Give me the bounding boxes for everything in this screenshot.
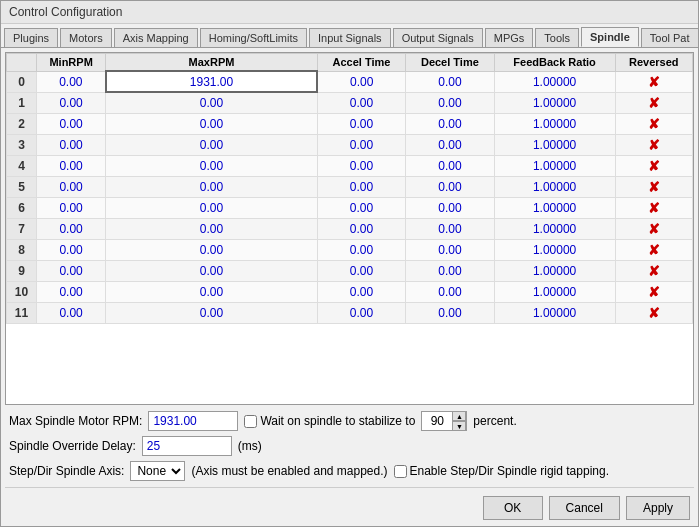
cell-maxrpm[interactable]: 0.00 [106, 113, 318, 134]
cell-deceltime[interactable]: 0.00 [406, 281, 494, 302]
cell-maxrpm[interactable]: 0.00 [106, 218, 318, 239]
wait-spindle-checkbox[interactable] [244, 415, 257, 428]
cell-deceltime[interactable]: 0.00 [406, 302, 494, 323]
cell-deceltime[interactable]: 0.00 [406, 92, 494, 113]
spindle-override-input[interactable] [142, 436, 232, 456]
apply-button[interactable]: Apply [626, 496, 690, 520]
percent-spinner: ▲ ▼ [421, 411, 467, 431]
cell-minrpm[interactable]: 0.00 [37, 134, 106, 155]
cell-reversed[interactable]: ✘ [615, 92, 692, 113]
tab-axis-mapping[interactable]: Axis Mapping [114, 28, 198, 47]
cell-feedbackratio[interactable]: 1.00000 [494, 197, 615, 218]
cell-acceltime[interactable]: 0.00 [317, 176, 405, 197]
cell-deceltime[interactable]: 0.00 [406, 134, 494, 155]
enable-rigid-checkbox[interactable] [394, 465, 407, 478]
ms-label: (ms) [238, 439, 262, 453]
tab-plugins[interactable]: Plugins [4, 28, 58, 47]
cell-reversed[interactable]: ✘ [615, 197, 692, 218]
cell-reversed[interactable]: ✘ [615, 218, 692, 239]
cell-maxrpm[interactable]: 0.00 [106, 134, 318, 155]
cell-feedbackratio[interactable]: 1.00000 [494, 239, 615, 260]
tab-input-signals[interactable]: Input Signals [309, 28, 391, 47]
reversed-icon: ✘ [648, 95, 660, 111]
cell-minrpm[interactable]: 0.00 [37, 155, 106, 176]
cell-acceltime[interactable]: 0.00 [317, 281, 405, 302]
cell-minrpm[interactable]: 0.00 [37, 197, 106, 218]
cell-maxrpm[interactable]: 0.00 [106, 176, 318, 197]
cell-acceltime[interactable]: 0.00 [317, 302, 405, 323]
tab-output-signals[interactable]: Output Signals [393, 28, 483, 47]
cell-feedbackratio[interactable]: 1.00000 [494, 218, 615, 239]
cell-maxrpm[interactable]: 0.00 [106, 155, 318, 176]
cell-minrpm[interactable]: 0.00 [37, 239, 106, 260]
cell-deceltime[interactable]: 0.00 [406, 197, 494, 218]
cell-maxrpm[interactable]: 0.00 [106, 239, 318, 260]
cell-feedbackratio[interactable]: 1.00000 [494, 71, 615, 92]
tab-spindle[interactable]: Spindle [581, 27, 639, 47]
cell-reversed[interactable]: ✘ [615, 239, 692, 260]
cell-deceltime[interactable]: 0.00 [406, 155, 494, 176]
cell-acceltime[interactable]: 0.00 [317, 113, 405, 134]
cell-maxrpm[interactable] [106, 71, 318, 92]
cell-minrpm[interactable]: 0.00 [37, 71, 106, 92]
cell-feedbackratio[interactable]: 1.00000 [494, 155, 615, 176]
tab-tools[interactable]: Tools [535, 28, 579, 47]
max-spindle-input[interactable] [148, 411, 238, 431]
cell-acceltime[interactable]: 0.00 [317, 260, 405, 281]
cell-reversed[interactable]: ✘ [615, 302, 692, 323]
cell-acceltime[interactable]: 0.00 [317, 92, 405, 113]
cell-feedbackratio[interactable]: 1.00000 [494, 176, 615, 197]
cell-minrpm[interactable]: 0.00 [37, 281, 106, 302]
cell-maxrpm[interactable]: 0.00 [106, 260, 318, 281]
cell-reversed[interactable]: ✘ [615, 260, 692, 281]
cell-maxrpm[interactable]: 0.00 [106, 281, 318, 302]
cell-feedbackratio[interactable]: 1.00000 [494, 92, 615, 113]
tab-tool-pat[interactable]: Tool Pat [641, 28, 698, 47]
cell-reversed[interactable]: ✘ [615, 71, 692, 92]
cell-maxrpm[interactable]: 0.00 [106, 197, 318, 218]
spinner-down-btn[interactable]: ▼ [452, 421, 466, 431]
cell-acceltime[interactable]: 0.00 [317, 134, 405, 155]
cell-reversed[interactable]: ✘ [615, 176, 692, 197]
cell-minrpm[interactable]: 0.00 [37, 260, 106, 281]
cell-minrpm[interactable]: 0.00 [37, 92, 106, 113]
spindle-table-container: MinRPM MaxRPM Accel Time Decel Time Feed… [5, 52, 694, 405]
cell-maxrpm[interactable]: 0.00 [106, 302, 318, 323]
cell-minrpm[interactable]: 0.00 [37, 176, 106, 197]
percent-input[interactable] [422, 413, 452, 429]
cell-feedbackratio[interactable]: 1.00000 [494, 302, 615, 323]
cell-reversed[interactable]: ✘ [615, 134, 692, 155]
tab-mpgs[interactable]: MPGs [485, 28, 534, 47]
stepdir-select[interactable]: None [130, 461, 185, 481]
cell-reversed[interactable]: ✘ [615, 281, 692, 302]
cell-deceltime[interactable]: 0.00 [406, 260, 494, 281]
cell-feedbackratio[interactable]: 1.00000 [494, 113, 615, 134]
title-bar: Control Configuration [1, 1, 698, 24]
wait-spindle-checkbox-container: Wait on spindle to stabilize to [244, 414, 415, 428]
cell-minrpm[interactable]: 0.00 [37, 218, 106, 239]
cell-deceltime[interactable]: 0.00 [406, 239, 494, 260]
cell-acceltime[interactable]: 0.00 [317, 239, 405, 260]
reversed-icon: ✘ [648, 74, 660, 90]
tab-motors[interactable]: Motors [60, 28, 112, 47]
cell-feedbackratio[interactable]: 1.00000 [494, 281, 615, 302]
cell-minrpm[interactable]: 0.00 [37, 113, 106, 134]
spinner-up-btn[interactable]: ▲ [452, 411, 466, 421]
cell-feedbackratio[interactable]: 1.00000 [494, 260, 615, 281]
cell-acceltime[interactable]: 0.00 [317, 155, 405, 176]
cell-acceltime[interactable]: 0.00 [317, 197, 405, 218]
tab-homing-softlimits[interactable]: Homing/SoftLimits [200, 28, 307, 47]
ok-button[interactable]: OK [483, 496, 543, 520]
cell-reversed[interactable]: ✘ [615, 155, 692, 176]
cell-acceltime[interactable]: 0.00 [317, 218, 405, 239]
cell-feedbackratio[interactable]: 1.00000 [494, 134, 615, 155]
cell-maxrpm[interactable]: 0.00 [106, 92, 318, 113]
cell-minrpm[interactable]: 0.00 [37, 302, 106, 323]
cell-deceltime[interactable]: 0.00 [406, 113, 494, 134]
cell-reversed[interactable]: ✘ [615, 113, 692, 134]
cancel-button[interactable]: Cancel [549, 496, 620, 520]
cell-deceltime[interactable]: 0.00 [406, 71, 494, 92]
cell-acceltime[interactable]: 0.00 [317, 71, 405, 92]
cell-deceltime[interactable]: 0.00 [406, 176, 494, 197]
cell-deceltime[interactable]: 0.00 [406, 218, 494, 239]
